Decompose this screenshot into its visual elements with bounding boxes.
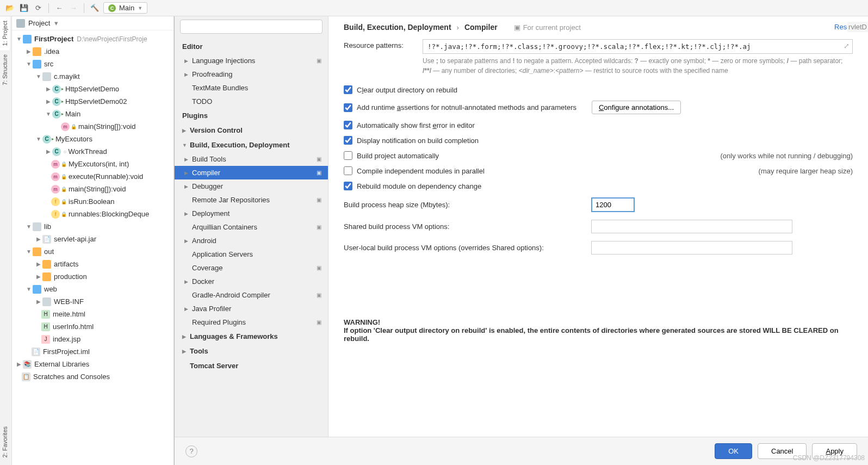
tree-item[interactable]: WorkThread [68, 147, 107, 156]
settings-item[interactable]: ▶Debugger [175, 179, 328, 193]
tab-structure[interactable]: 7: Structure [0, 50, 10, 90]
back-icon[interactable]: ← [54, 3, 65, 14]
tree-item[interactable]: Main [65, 110, 80, 118]
settings-item[interactable]: Required Plugins▣ [175, 315, 328, 329]
rebuild-dep-label: Rebuild module on dependency change [357, 182, 481, 190]
heap-size-input[interactable] [591, 197, 635, 212]
tree-item[interactable]: web [44, 285, 57, 293]
class-icon: C [52, 110, 61, 119]
project-badge-icon: ▣ [315, 57, 323, 65]
forward-icon[interactable]: → [68, 3, 79, 14]
breadcrumb[interactable]: Build, Execution, Deployment [344, 23, 451, 32]
tree-item[interactable]: execute(Runnable):void [69, 172, 143, 181]
settings-item[interactable]: Gradle-Android Compiler▣ [175, 288, 328, 302]
settings-footer: ? OK Cancel Apply [175, 437, 868, 465]
rebuild-dep-checkbox[interactable] [344, 182, 352, 190]
settings-item[interactable]: ▶Docker [175, 275, 328, 288]
settings-item[interactable]: ▶Deployment [175, 207, 328, 220]
tree-item[interactable]: userInfo.html [53, 323, 94, 331]
settings-cat-editor[interactable]: Editor [175, 39, 328, 54]
open-icon[interactable]: 📂 [4, 3, 15, 14]
tree-item[interactable]: HttpServletDemo02 [65, 97, 127, 106]
settings-item[interactable]: ▶Proofreading [175, 67, 328, 81]
settings-item-compiler[interactable]: ▶Compiler▣ [175, 166, 328, 179]
shared-vm-input[interactable] [591, 220, 792, 233]
settings-cat-lang[interactable]: ▶Languages & Frameworks [175, 329, 328, 344]
runtime-assertions-checkbox[interactable] [344, 103, 352, 112]
tree-item[interactable]: main(String[]):void [69, 185, 126, 193]
iml-icon: 📄 [32, 348, 40, 356]
project-view-title: Project [28, 19, 50, 27]
tree-item[interactable]: External Libraries [34, 360, 89, 368]
settings-item-tomcat[interactable]: Tomcat Server [175, 358, 328, 373]
settings-item[interactable]: TODO [175, 95, 328, 108]
settings-item[interactable]: ▶Language Injections▣ [175, 54, 328, 67]
tree-item[interactable]: index.jsp [53, 335, 80, 343]
settings-cat-version[interactable]: ▶Version Control▣ [175, 123, 328, 138]
ok-button[interactable]: OK [715, 443, 752, 459]
resource-patterns-input[interactable]: !?*.java;!?*.form;!?*.class;!?*.groovy;!… [423, 39, 853, 54]
tree-item[interactable]: isRun:Boolean [69, 197, 115, 206]
tree-item[interactable]: WEB-INF [54, 297, 84, 306]
tree-item[interactable]: servlet-api.jar [54, 235, 96, 243]
tree-item[interactable]: out [44, 247, 54, 256]
clear-output-checkbox[interactable] [344, 85, 352, 94]
settings-item[interactable]: ▶Build Tools▣ [175, 152, 328, 166]
heap-size-label: Build process heap size (Mbytes): [344, 201, 586, 209]
project-panel-header[interactable]: Project ▾ [12, 16, 173, 30]
tree-item[interactable]: main(String[]):void [78, 122, 135, 131]
settings-tree[interactable]: Editor ▶Language Injections▣ ▶Proofreadi… [175, 37, 328, 437]
settings-cat-tools[interactable]: ▶Tools [175, 344, 328, 358]
tree-item[interactable]: meite.html [53, 310, 85, 318]
tree-item[interactable]: HttpServletDemo [65, 85, 119, 93]
warning-block: WARNING! If option 'Clear output directo… [344, 318, 853, 343]
libraries-icon: 📚 [23, 360, 32, 369]
web-folder-icon [33, 285, 41, 294]
tree-item[interactable]: src [44, 60, 53, 68]
tree-root[interactable]: FirstProject [34, 35, 73, 43]
tree-item[interactable]: runnables:BlockingDeque [69, 210, 149, 218]
watermark: CSDN @DZ2317794308 [793, 454, 865, 462]
settings-item[interactable]: Coverage▣ [175, 261, 328, 275]
tree-item[interactable]: MyExcutors [55, 135, 92, 143]
run-config-selector[interactable]: C Main ▼ [103, 2, 147, 14]
settings-item[interactable]: TextMate Bundles [175, 81, 328, 95]
field-icon: f [51, 197, 60, 206]
settings-item[interactable]: ▶Java Profiler [175, 302, 328, 315]
sync-icon[interactable]: ⟳ [33, 3, 44, 14]
runtime-assertions-label: Add runtime assertions for notnull-annot… [357, 103, 576, 111]
configure-annotations-button[interactable]: Configure annotations... [592, 101, 681, 114]
method-icon: m [51, 160, 60, 169]
tree-item[interactable]: Scratches and Consoles [33, 373, 110, 381]
settings-sidebar: Editor ▶Language Injections▣ ▶Proofreadi… [175, 16, 328, 437]
settings-item[interactable]: ▶Android [175, 234, 328, 247]
user-vm-input[interactable] [591, 241, 792, 255]
tree-item[interactable]: artifacts [54, 260, 79, 268]
settings-item[interactable]: Application Servers [175, 247, 328, 261]
build-icon[interactable]: 🔨 [89, 3, 100, 14]
project-badge-icon: ▣ [315, 224, 323, 231]
show-first-error-checkbox[interactable] [344, 121, 352, 129]
tree-item[interactable]: .idea [44, 47, 59, 55]
tree-item[interactable]: production [54, 272, 87, 281]
compile-parallel-checkbox[interactable] [344, 166, 352, 175]
settings-item[interactable]: Remote Jar Repositories▣ [175, 193, 328, 207]
settings-cat-plugins[interactable]: Plugins [175, 108, 328, 123]
tree-item[interactable]: MyExcutors(int, int) [69, 160, 129, 168]
tab-project[interactable]: 1: Project [0, 16, 10, 50]
tab-favorites[interactable]: 2: Favorites [0, 422, 10, 462]
tree-item[interactable]: lib [44, 222, 51, 231]
project-badge-icon: ▣ [315, 156, 323, 163]
notify-build-checkbox[interactable] [344, 136, 352, 145]
tree-item[interactable]: c.mayikt [54, 72, 80, 80]
build-auto-checkbox[interactable] [344, 151, 352, 160]
expand-icon[interactable]: ⤢ [844, 42, 850, 50]
project-panel: Project ▾ ▼FirstProjectD:\newProject\Fir… [12, 16, 174, 465]
settings-item[interactable]: Arquillian Containers▣ [175, 220, 328, 234]
save-icon[interactable]: 💾 [18, 3, 29, 14]
project-tree[interactable]: ▼FirstProjectD:\newProject\FirstProje ▶.… [12, 30, 173, 465]
help-button[interactable]: ? [185, 445, 197, 457]
settings-search-input[interactable] [180, 20, 323, 34]
settings-cat-build[interactable]: ▼Build, Execution, Deployment [175, 138, 328, 152]
tree-item[interactable]: FirstProject.iml [43, 348, 90, 356]
